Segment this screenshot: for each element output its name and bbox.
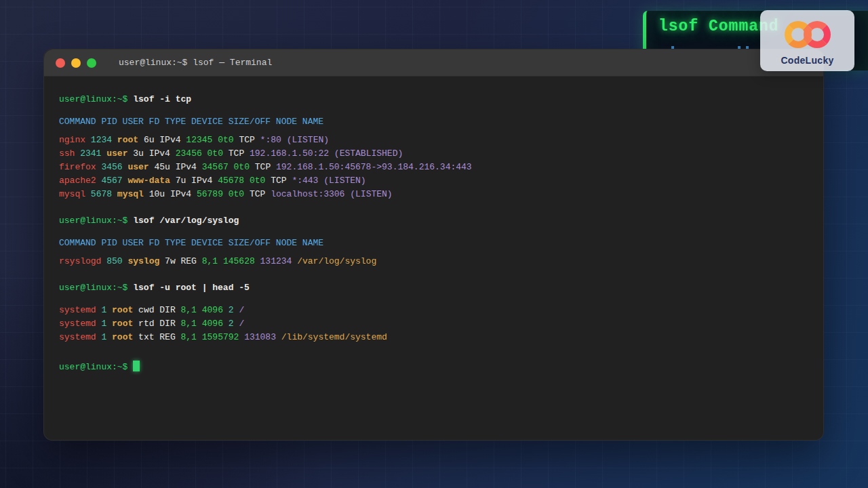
- terminal-cursor[interactable]: [133, 361, 140, 371]
- infinity-logo-icon: [785, 21, 832, 48]
- logo-ring-right: [804, 21, 831, 48]
- output-token: rtd: [138, 319, 154, 329]
- output-token: 12345: [186, 135, 212, 145]
- command-section: user@linux:~$ lsof -u root | head -5syst…: [59, 281, 808, 344]
- output-token: 45678: [218, 176, 244, 186]
- output-token: 3456: [101, 162, 122, 172]
- maximize-window-button[interactable]: [87, 58, 96, 68]
- output-token: rsyslogd: [59, 256, 101, 266]
- minimize-window-button[interactable]: [71, 58, 81, 68]
- output-token: TCP: [229, 148, 244, 159]
- output-token: 5678: [91, 189, 112, 199]
- output-token: (LISTEN): [323, 176, 366, 186]
- output-row: systemd 1 root rtd DIR 8,1 4096 2 /: [59, 317, 808, 331]
- output-token: mysql: [117, 189, 144, 199]
- output-token: txt: [138, 332, 154, 342]
- desktop-background: { "badge": { "title": "lsof Command" }, …: [0, 0, 868, 488]
- output-header: COMMAND PID USER FD TYPE DEVICE SIZE/OFF…: [59, 115, 808, 129]
- output-token: root: [117, 135, 138, 145]
- command-text: lsof -u root | head -5: [127, 283, 249, 293]
- shell-prompt: user@linux:~$: [59, 362, 127, 372]
- output-token: 34567: [202, 162, 229, 172]
- output-token: REG: [159, 332, 175, 342]
- output-header: COMMAND PID USER FD TYPE DEVICE SIZE/OFF…: [59, 237, 808, 250]
- output-token: user: [127, 162, 149, 172]
- command-text: lsof /var/log/syslog: [127, 216, 239, 226]
- output-token: DIR: [159, 305, 175, 315]
- output-token: 23456: [176, 148, 202, 159]
- output-token: 1: [101, 332, 106, 342]
- command-line: user@linux:~$ lsof -u root | head -5: [59, 281, 808, 295]
- output-token: (ESTABLISHED): [334, 148, 403, 159]
- output-row: firefox 3456 user 45u IPv4 34567 0t0 TCP…: [59, 161, 808, 174]
- output-token: 1: [101, 319, 106, 329]
- output-token: 1595792: [202, 332, 239, 342]
- output-token: IPv4: [159, 135, 180, 145]
- output-token: IPv4: [176, 162, 197, 172]
- output-token: 0t0: [229, 189, 244, 199]
- output-token: /lib/systemd/systemd: [281, 332, 387, 342]
- output-token: (LISTEN): [287, 135, 329, 145]
- output-token: root: [112, 305, 133, 315]
- output-token: 145628: [223, 256, 255, 266]
- output-token: TCP: [239, 135, 254, 145]
- output-token: IPv4: [149, 148, 170, 159]
- output-token: nginx: [59, 135, 85, 145]
- output-token: 8,1: [181, 319, 197, 329]
- output-token: 7u: [176, 176, 186, 186]
- output-token: www-data: [127, 176, 170, 186]
- output-token: IPv4: [191, 176, 212, 186]
- output-token: /var/log/syslog: [297, 256, 376, 266]
- output-token: systemd: [59, 319, 96, 329]
- output-token: systemd: [59, 305, 96, 315]
- brand-watermark-card: CodeLucky: [760, 10, 854, 71]
- output-row: mysql 5678 mysql 10u IPv4 56789 0t0 TCP …: [59, 188, 808, 201]
- output-token: 3u: [133, 148, 144, 159]
- final-prompt-line: user@linux:~$: [59, 361, 808, 374]
- output-token: localhost:3306: [271, 189, 344, 199]
- output-token: ssh: [59, 148, 75, 159]
- output-token: 1: [101, 305, 106, 315]
- output-token: root: [112, 332, 133, 342]
- output-token: apache2: [59, 176, 96, 186]
- output-token: IPv4: [170, 189, 191, 199]
- output-token: systemd: [59, 332, 96, 342]
- output-token: 2: [229, 319, 234, 329]
- close-window-button[interactable]: [56, 58, 65, 68]
- output-token: 56789: [197, 189, 223, 199]
- output-token: 4096: [202, 305, 223, 315]
- command-section: user@linux:~$ lsof -i tcpCOMMAND PID USE…: [59, 93, 808, 201]
- output-row: systemd 1 root cwd DIR 8,1 4096 2 /: [59, 304, 808, 317]
- output-token: TCP: [255, 162, 271, 172]
- output-token: 192.168.1.50:45678->93.184.216.34:443: [276, 162, 472, 172]
- output-token: 192.168.1.50:22: [250, 148, 329, 159]
- output-token: 0t0: [250, 176, 265, 186]
- output-token: TCP: [250, 189, 265, 199]
- output-token: 4096: [202, 319, 223, 329]
- output-row: ssh 2341 user 3u IPv4 23456 0t0 TCP 192.…: [59, 147, 808, 161]
- terminal-screen[interactable]: user@linux:~$ lsof -i tcpCOMMAND PID USE…: [44, 77, 823, 390]
- shell-prompt: user@linux:~$: [59, 216, 127, 226]
- output-token: DIR: [159, 319, 175, 329]
- output-token: cwd: [138, 305, 154, 315]
- output-token: 6u: [144, 135, 155, 145]
- output-token: 850: [106, 256, 122, 266]
- output-token: /: [239, 305, 244, 315]
- output-token: 2341: [80, 148, 101, 159]
- output-token: 1234: [91, 135, 112, 145]
- output-token: user: [106, 148, 127, 159]
- output-token: 0t0: [218, 135, 233, 145]
- command-line: user@linux:~$ lsof /var/log/syslog: [59, 214, 808, 228]
- output-token: (LISTEN): [350, 189, 392, 199]
- output-token: syslog: [127, 256, 159, 266]
- output-token: 2: [229, 305, 234, 315]
- terminal-titlebar: user@linux:~$ lsof — Terminal: [44, 49, 823, 77]
- shell-prompt: user@linux:~$: [59, 283, 127, 293]
- output-token: 10u: [149, 189, 165, 199]
- output-row: rsyslogd 850 syslog 7w REG 8,1 145628 13…: [59, 255, 808, 268]
- command-line: user@linux:~$ lsof -i tcp: [59, 93, 808, 106]
- output-token: 45u: [154, 162, 170, 172]
- brand-name: CodeLucky: [760, 55, 854, 66]
- shell-prompt: user@linux:~$: [59, 94, 127, 104]
- terminal-window: user@linux:~$ lsof — Terminal user@linux…: [43, 49, 824, 441]
